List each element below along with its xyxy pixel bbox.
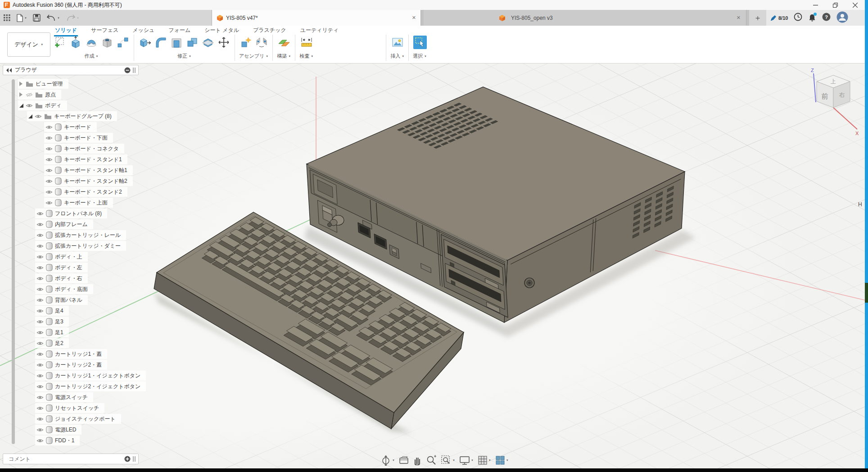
file-menu-button[interactable]: ▼ xyxy=(16,14,27,22)
look-at-button[interactable] xyxy=(399,456,409,465)
browser-item[interactable]: ボディ・右 xyxy=(3,273,139,284)
browser-item[interactable]: フロントパネル (8) xyxy=(3,208,139,219)
close-tab-icon[interactable]: ✕ xyxy=(412,15,416,21)
display-settings-button[interactable]: ▼ xyxy=(459,455,474,465)
browser-item[interactable]: 足4 xyxy=(3,305,139,316)
viewports-button[interactable]: ▼ xyxy=(495,455,509,465)
collapse-arrow-icon[interactable] xyxy=(19,104,23,108)
new-tab-button[interactable]: ＋ xyxy=(749,10,766,26)
visibility-icon[interactable] xyxy=(36,330,44,335)
visibility-icon[interactable] xyxy=(45,136,53,141)
browser-header[interactable]: ブラウザ xyxy=(3,65,139,75)
pan-button[interactable] xyxy=(413,455,422,465)
measure-icon[interactable] xyxy=(300,36,313,49)
browser-item[interactable]: 電源LED xyxy=(3,424,139,435)
hole-icon[interactable] xyxy=(100,36,114,49)
viewport[interactable]: Z X 上 前 右 H ブラウザ ビュー管理原点ボディキーボードグループ (8)… xyxy=(0,64,868,468)
browser-item[interactable]: カートリッジ2・蓋 xyxy=(3,359,139,370)
visibility-icon[interactable] xyxy=(45,146,53,151)
joint-icon[interactable] xyxy=(255,36,268,49)
expand-arrow-icon[interactable] xyxy=(19,82,23,86)
zoom-button[interactable] xyxy=(426,455,437,466)
browser-item[interactable]: ボディ・上 xyxy=(3,251,139,262)
browser-item[interactable]: 原点 xyxy=(3,89,139,100)
panel-drag-handle[interactable] xyxy=(133,456,136,462)
activity-clock-icon[interactable] xyxy=(794,13,802,23)
new-component-icon[interactable] xyxy=(239,36,253,49)
collapse-arrow-icon[interactable] xyxy=(28,114,32,118)
browser-item[interactable]: ボディ xyxy=(3,100,139,111)
move-icon[interactable] xyxy=(217,36,231,49)
group-label[interactable]: 作成 xyxy=(85,53,95,59)
group-label[interactable]: 選択 xyxy=(413,53,423,59)
avatar[interactable] xyxy=(836,11,848,25)
create-sketch-icon[interactable] xyxy=(53,36,67,49)
undo-button[interactable]: ▼ xyxy=(46,14,60,22)
grid-settings-button[interactable]: ▼ xyxy=(478,455,491,465)
visibility-icon[interactable] xyxy=(36,363,44,368)
visibility-icon[interactable] xyxy=(36,427,44,432)
visibility-off-icon[interactable] xyxy=(26,92,33,97)
ribbon-tab-3[interactable]: フォーム xyxy=(167,26,191,35)
browser-item[interactable]: キーボードグループ (8) xyxy=(3,111,139,122)
visibility-icon[interactable] xyxy=(36,211,44,216)
browser-item[interactable]: カートリッジ1・イジェクトボタン xyxy=(3,370,139,381)
browser-item[interactable]: キーボード・スタンド1 xyxy=(3,154,139,165)
browser-item[interactable]: 足1 xyxy=(3,327,139,338)
browser-item[interactable]: カートリッジ2・イジェクトボタン xyxy=(3,381,139,392)
browser-scrollbar[interactable] xyxy=(12,79,15,444)
visibility-icon[interactable] xyxy=(36,417,44,422)
visibility-icon[interactable] xyxy=(36,298,44,303)
visibility-icon[interactable] xyxy=(36,222,44,227)
job-status-badge[interactable]: 8/10 xyxy=(770,14,788,22)
save-button[interactable] xyxy=(33,14,41,22)
ribbon-tab-2[interactable]: メッシュ xyxy=(131,26,155,35)
visibility-icon[interactable] xyxy=(36,341,44,346)
split-body-icon[interactable] xyxy=(201,36,215,49)
app-grid-menu-icon[interactable] xyxy=(4,14,10,21)
comment-bar[interactable]: コメント xyxy=(3,454,139,464)
expand-arrow-icon[interactable] xyxy=(19,92,23,97)
browser-item[interactable]: キーボード・スタンド軸1 xyxy=(3,165,139,176)
orbit-button[interactable]: ▼ xyxy=(380,455,395,466)
select-tool-icon[interactable] xyxy=(413,36,427,49)
insert-image-icon[interactable] xyxy=(391,36,404,49)
browser-item[interactable]: FDD・1 xyxy=(3,435,139,446)
visibility-icon[interactable] xyxy=(45,168,53,173)
fillet-icon[interactable] xyxy=(154,36,167,49)
close-tab-icon[interactable]: ✕ xyxy=(737,15,741,21)
browser-item[interactable]: キーボード・上面 xyxy=(3,197,139,208)
shell-icon[interactable] xyxy=(170,36,183,49)
panel-drag-handle[interactable] xyxy=(133,68,136,73)
visibility-icon[interactable] xyxy=(36,352,44,357)
ribbon-tab-5[interactable]: プラスチック xyxy=(252,26,287,35)
browser-item[interactable]: ジョイスティックポート xyxy=(3,413,139,424)
visibility-icon[interactable] xyxy=(36,233,44,238)
notifications-bell-icon[interactable] xyxy=(808,14,816,22)
ribbon-tab-6[interactable]: ユーティリティ xyxy=(299,26,340,35)
revolve-icon[interactable] xyxy=(85,36,98,49)
press-pull-icon[interactable] xyxy=(138,36,152,49)
browser-item[interactable]: 拡張カートリッジ・レール xyxy=(3,230,139,241)
browser-item[interactable]: 背面パネル xyxy=(3,295,139,305)
visibility-icon[interactable] xyxy=(36,406,44,411)
browser-item[interactable]: 拡張カートリッジ・ダミー xyxy=(3,241,139,251)
restore-button[interactable] xyxy=(825,0,845,10)
browser-item[interactable]: 足3 xyxy=(3,316,139,327)
browser-item[interactable]: カートリッジ1・蓋 xyxy=(3,349,139,359)
pattern-icon[interactable] xyxy=(116,36,130,49)
browser-item[interactable]: 足2 xyxy=(3,338,139,349)
browser-item[interactable]: キーボード・スタンド軸2 xyxy=(3,176,139,186)
visibility-icon[interactable] xyxy=(36,276,44,281)
browser-item[interactable]: ビュー管理 xyxy=(3,78,139,89)
browser-item[interactable]: ボディ・左 xyxy=(3,262,139,273)
browser-item[interactable]: キーボード・スタンド2 xyxy=(3,186,139,197)
minimize-button[interactable] xyxy=(805,0,825,10)
visibility-icon[interactable] xyxy=(36,309,44,313)
visibility-icon[interactable] xyxy=(36,373,44,378)
combine-icon[interactable] xyxy=(185,36,199,49)
visibility-icon[interactable] xyxy=(45,179,53,184)
help-icon[interactable]: ? xyxy=(822,13,831,23)
visibility-icon[interactable] xyxy=(36,265,44,270)
group-label[interactable]: アセンブリ xyxy=(239,53,264,59)
